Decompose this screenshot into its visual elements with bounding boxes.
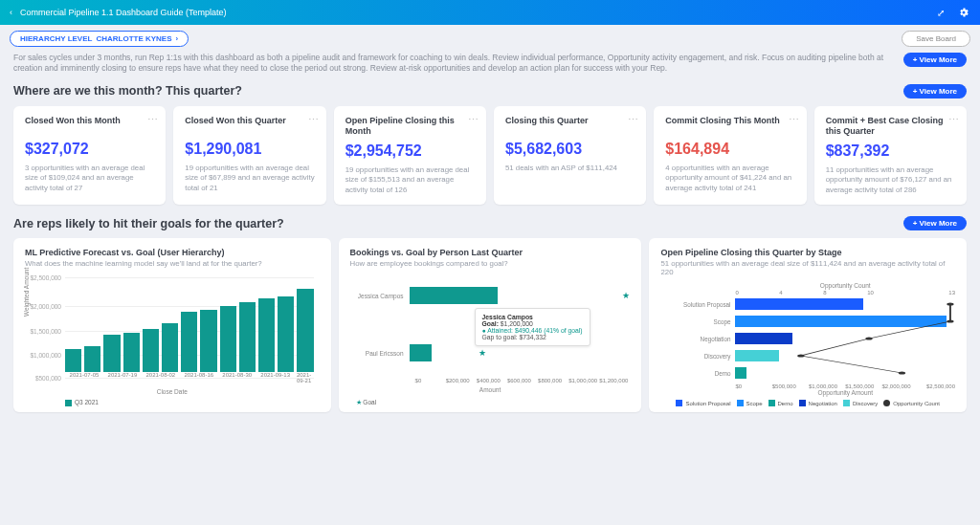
view-more-button[interactable]: + View More — [903, 216, 967, 230]
more-icon[interactable]: ⋯ — [147, 114, 158, 126]
back-icon[interactable]: ‹ — [10, 8, 12, 17]
more-icon[interactable]: ⋯ — [789, 114, 799, 126]
metric-subtext: 19 opportunities with an average deal si… — [185, 164, 314, 194]
chart-legend: Q3 2021 — [25, 397, 320, 406]
stage-chart-card[interactable]: Open Pipeline Closing this Quarter by St… — [649, 238, 967, 412]
chart-title: Open Pipeline Closing this Quarter by St… — [660, 248, 955, 257]
x-axis-label: Close Date — [25, 388, 320, 395]
chart-bars — [65, 277, 314, 372]
filter-label: HIERARCHY LEVEL — [20, 34, 92, 43]
section-title: Where are we this month? This quarter? — [13, 84, 242, 98]
filter-bar: HIERARCHY LEVEL CHARLOTTE KYNES › Save B… — [0, 25, 980, 53]
chart-subtitle: What does the machine learning model say… — [25, 259, 320, 268]
metric-title: Closed Won this Quarter — [185, 116, 314, 135]
more-icon[interactable]: ⋯ — [468, 114, 479, 126]
metric-title: Commit Closing This Month — [665, 116, 794, 135]
more-icon[interactable]: ⋯ — [308, 114, 319, 126]
page-title: Commercial Pipeline 1.1 Dashboard Guide … — [20, 8, 227, 17]
more-icon[interactable]: ⋯ — [948, 114, 959, 126]
app-topbar: ‹ Commercial Pipeline 1.1 Dashboard Guid… — [0, 0, 980, 25]
forecast-chart-card[interactable]: ML Predictive Forecast vs. Goal (User Hi… — [13, 238, 331, 412]
goal-star-icon: ★ — [479, 348, 486, 358]
metric-title: Open Pipeline Closing this Month — [345, 116, 475, 137]
metric-card[interactable]: ⋯ Commit + Best Case Closing this Quarte… — [814, 106, 967, 205]
person-name: Jessica Campos — [350, 293, 410, 299]
expand-icon[interactable]: ⤢ — [934, 6, 947, 19]
metric-value: $164,894 — [665, 141, 794, 158]
x-axis-label: Amount — [350, 386, 631, 393]
view-more-button[interactable]: + View More — [903, 84, 967, 98]
chart-title: Bookings vs. Goal by Person Last Quarter — [350, 248, 631, 257]
hierarchy-filter[interactable]: HIERARCHY LEVEL CHARLOTTE KYNES › — [10, 31, 189, 47]
save-board-button[interactable]: Save Board — [902, 31, 970, 47]
metric-title: Commit + Best Case Closing this Quarter — [826, 116, 955, 137]
metric-value: $2,954,752 — [345, 142, 475, 160]
metric-subtext: 3 opportunities with an average deal siz… — [25, 164, 154, 194]
metric-value: $1,290,081 — [185, 141, 314, 158]
metric-card[interactable]: ⋯ Closing this Quarter $5,682,603 51 dea… — [494, 106, 646, 205]
chart-legend: Solution Proposal Scope Demo Negotiation… — [660, 400, 955, 406]
chart-subtitle: How are employee bookings compared to go… — [350, 259, 631, 268]
chart-tooltip: Jessica Campos Goal: $1,200,000 ● Attain… — [475, 308, 590, 346]
person-name: Paul Ericsson — [350, 350, 410, 357]
section-title: Are reps likely to hit their goals for t… — [13, 217, 284, 230]
x-axis-label: Opportunity Amount — [735, 389, 955, 396]
view-more-button[interactable]: + View More — [903, 53, 967, 67]
metric-subtext: 51 deals with an ASP of $111,424 — [505, 164, 635, 174]
chevron-right-icon: › — [176, 34, 179, 43]
metric-cards-row: ⋯ Closed Won this Month $327,072 3 oppor… — [0, 102, 980, 212]
metric-value: $5,682,603 — [505, 141, 635, 158]
metric-subtext: 4 opportunities with an average opportun… — [665, 164, 794, 194]
x-axis-ticks: 2021-07-052021-07-192021-08-022021-08-16… — [65, 372, 314, 383]
more-icon[interactable]: ⋯ — [628, 114, 638, 126]
metric-subtext: 11 opportunities with an average opportu… — [826, 165, 955, 196]
bookings-chart-card[interactable]: Bookings vs. Goal by Person Last Quarter… — [339, 238, 642, 412]
metric-card[interactable]: ⋯ Open Pipeline Closing this Month $2,95… — [334, 106, 486, 205]
chart-subtitle: 51 opportunities with an average deal si… — [660, 259, 955, 276]
chart-cards-row: ML Predictive Forecast vs. Goal (User Hi… — [0, 234, 980, 420]
dashboard-description: For sales cycles under 3 months, run Rep… — [13, 53, 894, 75]
filter-value: CHARLOTTE KYNES — [96, 34, 171, 43]
gear-icon[interactable] — [957, 6, 970, 19]
metric-value: $837,392 — [826, 142, 955, 160]
goal-star-icon: ★ — [622, 291, 630, 300]
metric-title: Closing this Quarter — [505, 116, 635, 135]
metric-card[interactable]: ⋯ Closed Won this Quarter $1,290,081 19 … — [173, 106, 325, 205]
chart-title: ML Predictive Forecast vs. Goal (User Hi… — [25, 248, 320, 257]
metric-card[interactable]: ⋯ Commit Closing This Month $164,894 4 o… — [654, 106, 806, 205]
metric-title: Closed Won this Month — [25, 116, 154, 135]
metric-subtext: 19 opportunities with an average deal si… — [345, 165, 475, 196]
metric-value: $327,072 — [25, 141, 154, 158]
metric-card[interactable]: ⋯ Closed Won this Month $327,072 3 oppor… — [13, 106, 166, 205]
chart-legend: ★ Goal — [350, 395, 631, 406]
top-axis-label: Opportunity Count — [735, 282, 955, 289]
